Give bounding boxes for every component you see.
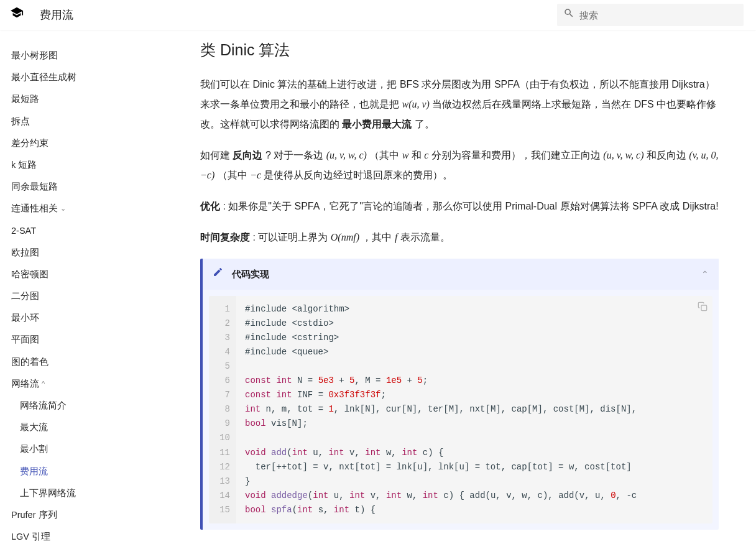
sidebar-item-label: Prufer 序列 — [11, 508, 57, 522]
sidebar-subitem[interactable]: 上下界网络流 — [0, 482, 150, 504]
grad-cap-icon[interactable] — [10, 4, 24, 25]
text: （其中 — [214, 170, 250, 180]
search-input[interactable] — [579, 10, 737, 21]
app-header: 费用流 — [0, 0, 756, 30]
text: 表示流量。 — [397, 232, 449, 242]
code-content[interactable]: #include <algorithm> #include <cstdio> #… — [236, 296, 712, 523]
copy-icon[interactable] — [698, 301, 708, 317]
sidebar-item-label: 最短路 — [11, 92, 39, 106]
line-number: 2 — [218, 316, 230, 331]
chevron-down-icon: ⌃ — [701, 267, 709, 281]
code-card: 代码实现 ⌃ 123456789101112131415 #include <a… — [200, 259, 719, 530]
sidebar-item[interactable]: 哈密顿图 — [0, 264, 150, 285]
strong-text: 优化 — [200, 201, 220, 211]
sidebar-item[interactable]: 拆点 — [0, 111, 150, 132]
sidebar-item-label: 同余最短路 — [11, 180, 58, 194]
math-expr: (u, v, w, c) — [603, 150, 643, 160]
sidebar-item[interactable]: 2-SAT — [0, 220, 150, 242]
page-title: 费用流 — [40, 6, 73, 24]
sidebar-item-label: 图的着色 — [11, 355, 48, 369]
sidebar-item[interactable]: 最短路 — [0, 88, 150, 110]
sidebar-item[interactable]: Prufer 序列 — [0, 504, 150, 526]
sidebar-item[interactable]: 连通性相关⌄ — [0, 198, 150, 219]
line-number: 13 — [218, 474, 230, 489]
sidebar-item-label: 最大流 — [20, 422, 48, 432]
text: : 如果你是"关于 SPFA，它死了"言论的追随者，那么你可以使用 Primal… — [220, 201, 719, 211]
text: ，其中 — [359, 232, 395, 242]
search-icon — [563, 6, 574, 24]
line-number: 15 — [218, 503, 230, 517]
line-number: 10 — [218, 431, 230, 445]
sidebar-item-label: 2-SAT — [11, 224, 36, 238]
main-content: 类 Dinic 算法 我们可以在 Dinic 算法的基础上进行改进，把 BFS … — [150, 30, 756, 544]
sidebar-subitem[interactable]: 最小割 — [0, 438, 150, 460]
sidebar-item-label: 连通性相关 — [11, 201, 58, 216]
sidebar-item[interactable]: 最小直径生成树 — [0, 67, 150, 88]
sidebar-item[interactable]: 最小环 — [0, 307, 150, 329]
line-number: 11 — [218, 446, 230, 460]
sidebar-subitem[interactable]: 费用流 — [0, 461, 150, 482]
sidebar-item[interactable]: 欧拉图 — [0, 242, 150, 264]
section-heading: 类 Dinic 算法 — [200, 37, 719, 62]
sidebar-item-label: 最小直径生成树 — [11, 70, 76, 85]
sidebar-item[interactable]: 差分约束 — [0, 132, 150, 154]
math-expr: (u, v, w, c) — [326, 150, 367, 160]
sidebar-subitem[interactable]: 网络流简介 — [0, 395, 150, 417]
sidebar-item[interactable]: 同余最短路 — [0, 176, 150, 198]
sidebar-item-label: 欧拉图 — [11, 246, 39, 260]
sidebar-item-label: 上下界网络流 — [20, 488, 76, 498]
sidebar-item[interactable]: 网络流^ — [0, 373, 150, 395]
code-block: 123456789101112131415 #include <algorith… — [209, 296, 712, 523]
sidebar-item[interactable]: LGV 引理 — [0, 526, 150, 544]
text: ? 对于一条边 — [262, 150, 326, 160]
line-number: 3 — [218, 331, 230, 345]
paragraph-reverse-edge: 如何建 反向边 ? 对于一条边 (u, v, w, c) （其中 w 和 c 分… — [200, 145, 719, 185]
paragraph-complexity: 时间复杂度 : 可以证明上界为 O(nmf) ，其中 f 表示流量。 — [200, 228, 719, 247]
line-number: 6 — [218, 374, 230, 388]
sidebar-item-label: 差分约束 — [11, 136, 48, 150]
search-box[interactable] — [557, 4, 744, 26]
code-block-wrapper: 123456789101112131415 #include <algorith… — [203, 290, 719, 530]
sidebar-subitem[interactable]: 最大流 — [0, 417, 150, 438]
chevron-icon: ⌄ — [60, 203, 66, 214]
sidebar-item-label: 哈密顿图 — [11, 267, 48, 282]
text: 了。 — [412, 119, 434, 129]
sidebar-item[interactable]: 平面图 — [0, 329, 150, 351]
sidebar-item-label: 最小树形图 — [11, 48, 58, 63]
chevron-icon: ^ — [42, 379, 45, 390]
math-expr: w — [402, 150, 409, 160]
sidebar-nav: 最小树形图最小直径生成树最短路拆点差分约束k 短路同余最短路连通性相关⌄2-SA… — [0, 30, 150, 544]
sidebar-item[interactable]: 最小树形图 — [0, 45, 150, 67]
line-number: 12 — [218, 460, 230, 474]
paragraph-intro: 我们可以在 Dinic 算法的基础上进行改进，把 BFS 求分层图改为用 SPF… — [200, 75, 719, 134]
text: 如何建 — [200, 150, 233, 160]
sidebar-item-label: 最小环 — [11, 311, 39, 325]
line-number: 7 — [218, 388, 230, 402]
line-number: 5 — [218, 359, 230, 374]
text: : 可以证明上界为 — [250, 232, 331, 242]
paragraph-optimization: 优化 : 如果你是"关于 SPFA，它死了"言论的追随者，那么你可以使用 Pri… — [200, 196, 719, 216]
sidebar-item[interactable]: 二分图 — [0, 285, 150, 307]
sidebar-item[interactable]: 图的着色 — [0, 351, 150, 373]
line-number: 8 — [218, 402, 230, 417]
line-number: 9 — [218, 417, 230, 431]
sidebar-item-label: 拆点 — [11, 114, 30, 129]
sidebar-item[interactable]: k 短路 — [0, 154, 150, 176]
sidebar-item-label: 平面图 — [11, 333, 39, 347]
strong-text: 反向边 — [233, 150, 262, 160]
text: 分别为容量和费用），我们建立正向边 — [428, 150, 603, 160]
sidebar-item-label: 网络流简介 — [20, 400, 67, 410]
text: 和 — [408, 150, 424, 160]
text: （其中 — [367, 150, 402, 160]
text: 和反向边 — [643, 150, 689, 160]
strong-text: 最小费用最大流 — [342, 119, 412, 129]
math-expr: w(u, v) — [402, 99, 429, 109]
line-number: 1 — [218, 302, 230, 316]
code-card-header[interactable]: 代码实现 ⌃ — [203, 259, 719, 290]
line-number: 4 — [218, 345, 230, 359]
code-card-title: 代码实现 — [232, 267, 701, 282]
sidebar-item-label: 二分图 — [11, 289, 39, 303]
pencil-icon — [213, 266, 223, 282]
svg-rect-0 — [701, 305, 707, 311]
math-expr: −c — [250, 170, 261, 180]
